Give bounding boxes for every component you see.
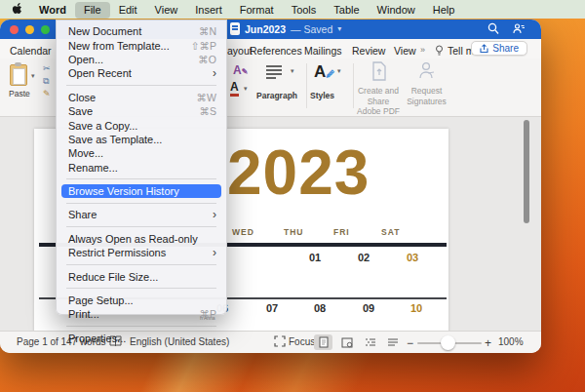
focus-label[interactable]: Focus — [289, 336, 315, 347]
menu-separator — [66, 288, 216, 289]
print-layout-view-button[interactable] — [314, 334, 332, 350]
font-color-chevron-icon[interactable]: ▾ — [244, 85, 248, 93]
file-menu: New Document⌘N New from Template...⇧⌘P O… — [56, 20, 227, 315]
presence-icon[interactable] — [513, 22, 526, 35]
menu-separator — [66, 85, 216, 86]
menu-item-close[interactable]: Close⌘W — [57, 91, 226, 104]
menu-item-share[interactable]: Share — [57, 208, 226, 221]
menu-item-open[interactable]: Open...⌘O — [57, 53, 226, 66]
more-tabs-icon[interactable]: » — [420, 45, 425, 55]
text-effects-icon[interactable]: A✎ — [233, 63, 248, 77]
draft-view-button[interactable] — [383, 334, 402, 350]
lightbulb-icon — [435, 45, 444, 57]
date-08: 08 — [314, 302, 326, 314]
menu-item-new-from-template[interactable]: New from Template...⇧⌘P — [57, 38, 226, 52]
tab-calendar[interactable]: Calendar — [10, 45, 52, 57]
menu-item-save-as-template[interactable]: Save as Template... — [57, 133, 226, 146]
request-signatures-label[interactable]: Request Signatures — [400, 86, 453, 106]
request-signatures-icon[interactable] — [418, 61, 436, 81]
copy-icon[interactable]: ⧉ — [43, 76, 49, 87]
paragraph-chevron-icon[interactable]: ▾ — [291, 67, 294, 75]
macos-menu-bar: Word File Edit View Insert Format Tools … — [0, 0, 585, 19]
menubar-view[interactable]: View — [146, 0, 187, 19]
tab-review[interactable]: Review — [352, 45, 385, 57]
format-painter-icon[interactable]: ✎ — [43, 89, 51, 98]
tab-view[interactable]: View — [394, 45, 416, 57]
menubar-edit[interactable]: Edit — [110, 0, 146, 19]
web-layout-view-button[interactable] — [337, 334, 356, 350]
date-07: 07 — [266, 302, 278, 314]
paste-icon[interactable] — [10, 64, 27, 86]
menu-item-print[interactable]: Print...⌘P — [57, 307, 226, 321]
date-10: 10 — [410, 302, 422, 314]
date-01: 01 — [309, 252, 321, 263]
menu-separator — [66, 178, 216, 179]
paragraph-label[interactable]: Paragraph — [256, 91, 297, 100]
weekday-wed: WED — [232, 227, 254, 237]
menubar-insert[interactable]: Insert — [186, 0, 231, 19]
date-09: 09 — [363, 302, 374, 314]
menubar-app-word[interactable]: Word — [30, 0, 75, 19]
document-title: Jun2023 — [245, 23, 286, 35]
tab-mailings[interactable]: Mailings — [304, 45, 342, 57]
calendar-year-title: 2023 — [227, 137, 370, 209]
document-icon — [230, 22, 240, 35]
menu-item-page-setup[interactable]: Page Setup... — [57, 294, 226, 307]
search-icon[interactable] — [488, 22, 499, 35]
zoom-window-button[interactable] — [41, 25, 50, 34]
menubar-format[interactable]: Format — [231, 0, 283, 19]
menu-item-save[interactable]: Save⌘S — [57, 104, 226, 118]
paste-chevron-icon[interactable]: ▾ — [31, 72, 35, 80]
vertical-scrollbar[interactable] — [524, 120, 529, 223]
cut-icon[interactable]: ✂ — [43, 63, 51, 73]
create-adobe-pdf-icon[interactable] — [371, 61, 387, 81]
styles-label[interactable]: Styles — [310, 91, 334, 100]
date-03: 03 — [407, 252, 418, 263]
menu-item-reduce-file-size[interactable]: Reduce File Size... — [57, 269, 226, 283]
outline-view-button[interactable] — [361, 334, 379, 350]
weekday-fri: FRI — [333, 227, 350, 237]
paragraph-icon[interactable] — [265, 64, 287, 80]
styles-icon[interactable]: A🖉 — [314, 62, 334, 82]
menubar-window[interactable]: Window — [369, 0, 424, 19]
menu-item-save-a-copy[interactable]: Save a Copy... — [57, 118, 226, 132]
apple-menu-icon[interactable] — [0, 3, 30, 16]
minimize-window-button[interactable] — [25, 25, 34, 34]
tab-references[interactable]: References — [250, 45, 302, 57]
menu-item-browse-version-history[interactable]: Browse Version History — [61, 184, 221, 198]
share-button[interactable]: Share — [471, 41, 527, 56]
menubar-file[interactable]: File — [75, 2, 110, 19]
zoom-slider-thumb[interactable] — [441, 335, 455, 350]
menu-item-move[interactable]: Move... — [57, 146, 226, 160]
desktop: { "menubar": { "items": ["Word", "File",… — [0, 0, 585, 392]
save-status: — Saved — [291, 23, 332, 35]
zoom-out-button[interactable]: − — [407, 336, 413, 350]
menu-item-rename[interactable]: Rename... — [57, 161, 226, 175]
font-color-icon[interactable]: A — [230, 80, 239, 97]
weekday-sat: SAT — [381, 227, 400, 237]
menu-separator — [66, 203, 216, 204]
share-icon — [480, 44, 488, 54]
menubar-table[interactable]: Table — [325, 0, 368, 19]
menu-separator — [66, 264, 216, 265]
zoom-percentage[interactable]: 100% — [498, 336, 524, 347]
menu-item-always-open-read-only[interactable]: Always Open as Read-only — [57, 232, 226, 246]
focus-icon[interactable] — [274, 335, 286, 347]
title-chevron-icon[interactable]: ▾ — [337, 24, 341, 33]
menu-item-new-document[interactable]: New Document⌘N — [57, 24, 226, 38]
menu-item-open-recent[interactable]: Open Recent — [57, 66, 226, 80]
menu-separator — [66, 226, 216, 227]
tab-layout-fragment[interactable]: ayout — [227, 45, 253, 57]
menu-separator — [66, 326, 216, 327]
menu-item-restrict-permissions[interactable]: Restrict Permissions — [57, 246, 226, 259]
date-02: 02 — [358, 252, 370, 263]
weekday-thu: THU — [284, 227, 303, 237]
zoom-in-button[interactable]: + — [485, 336, 491, 350]
menubar-tools[interactable]: Tools — [283, 0, 326, 19]
close-window-button[interactable] — [10, 25, 19, 34]
paste-label[interactable]: Paste — [9, 89, 30, 98]
styles-chevron-icon[interactable]: ▾ — [337, 67, 341, 75]
menubar-help[interactable]: Help — [424, 0, 464, 19]
menu-item-properties[interactable]: Properties... — [57, 332, 226, 345]
